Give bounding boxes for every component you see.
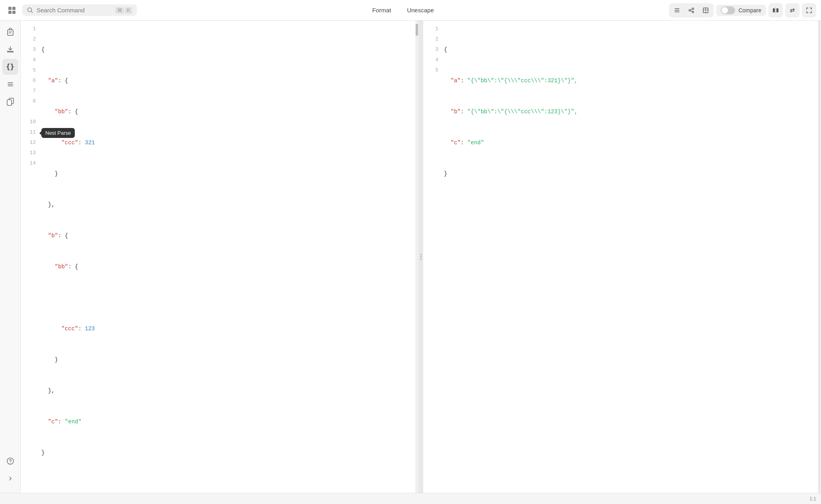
sidebar-bottom [2, 453, 18, 490]
table-view-button[interactable] [699, 4, 712, 16]
format-button[interactable]: Format [369, 5, 395, 15]
unescape-button[interactable]: Unescape [404, 5, 437, 15]
compare-toggle[interactable]: Compare [716, 5, 766, 16]
search-input[interactable] [37, 7, 112, 14]
split-view-button[interactable] [768, 3, 783, 17]
search-icon [27, 7, 33, 14]
search-box[interactable]: ⌘ K [22, 4, 137, 16]
toolbar-center: Format Unescape [140, 5, 666, 15]
panel-divider[interactable] [418, 21, 423, 493]
svg-rect-18 [776, 8, 778, 12]
svg-rect-2 [8, 11, 12, 14]
list-view-button[interactable] [670, 4, 684, 16]
right-code-content[interactable]: { "a": "{\"bb\":\"{\\\"ccc\\\":321}\"}",… [442, 21, 818, 493]
status-bar: 1:1 [0, 493, 821, 504]
view-mode-group [669, 3, 714, 17]
sidebar: {} [0, 21, 21, 493]
svg-rect-7 [675, 10, 679, 11]
graph-view-button[interactable] [685, 4, 698, 16]
svg-point-29 [10, 463, 11, 463]
toolbar-right: Compare [669, 3, 816, 17]
left-scrollbar[interactable] [415, 21, 418, 493]
sidebar-item-expand[interactable] [2, 471, 18, 487]
svg-rect-1 [12, 7, 16, 10]
svg-rect-6 [675, 8, 679, 9]
svg-rect-17 [773, 8, 775, 12]
sidebar-item-braces[interactable]: {} [2, 59, 18, 75]
toolbar: ⌘ K Format Unescape [0, 0, 821, 21]
sidebar-item-help[interactable] [2, 453, 18, 469]
cursor-position: 1:1 [809, 496, 816, 502]
svg-point-9 [689, 10, 691, 11]
svg-rect-27 [7, 100, 12, 105]
left-code-content[interactable]: { "a": { "bb": { "ccc": 321 } }, "b": { … [40, 21, 415, 493]
fullscreen-button[interactable] [802, 3, 816, 17]
compare-switch[interactable] [721, 6, 735, 14]
main-content: {} [0, 21, 821, 493]
swap-button[interactable] [785, 3, 800, 17]
keyboard-shortcut: ⌘ K [115, 7, 132, 14]
svg-rect-0 [8, 7, 12, 10]
compare-label: Compare [738, 7, 761, 14]
left-line-numbers: 1 2 3 4 5 6 7 8 10 11 12 13 14 [21, 21, 40, 493]
divider-dots [420, 254, 422, 260]
app-icon[interactable] [5, 3, 19, 17]
sidebar-item-copy[interactable] [2, 94, 18, 110]
svg-rect-3 [12, 11, 16, 14]
svg-line-5 [31, 11, 33, 13]
right-code-area: 1 2 3 4 5 { "a": "{\"bb\":\"{\\\"ccc\\\"… [423, 21, 821, 493]
svg-line-12 [691, 9, 692, 10]
sidebar-item-download[interactable] [2, 41, 18, 57]
editors-area: Nest Parse 1 2 3 4 5 6 7 8 10 [21, 21, 821, 493]
svg-point-10 [692, 8, 694, 10]
left-code-area: 1 2 3 4 5 6 7 8 10 11 12 13 14 [21, 21, 418, 493]
svg-rect-8 [675, 12, 679, 12]
right-editor-panel: 1 2 3 4 5 { "a": "{\"bb\":\"{\\\"ccc\\\"… [423, 21, 821, 493]
right-editor-body[interactable]: 1 2 3 4 5 { "a": "{\"bb\":\"{\\\"ccc\\\"… [423, 21, 821, 493]
svg-rect-20 [8, 30, 13, 35]
sidebar-item-list[interactable] [2, 76, 18, 92]
svg-point-11 [692, 11, 694, 13]
svg-line-13 [691, 11, 692, 12]
left-editor-body[interactable]: 1 2 3 4 5 6 7 8 10 11 12 13 14 [21, 21, 418, 493]
left-editor-panel: 1 2 3 4 5 6 7 8 10 11 12 13 14 [21, 21, 418, 493]
right-scrollbar[interactable] [818, 21, 821, 493]
sidebar-item-paste[interactable] [2, 24, 18, 40]
right-line-numbers: 1 2 3 4 5 [423, 21, 442, 493]
